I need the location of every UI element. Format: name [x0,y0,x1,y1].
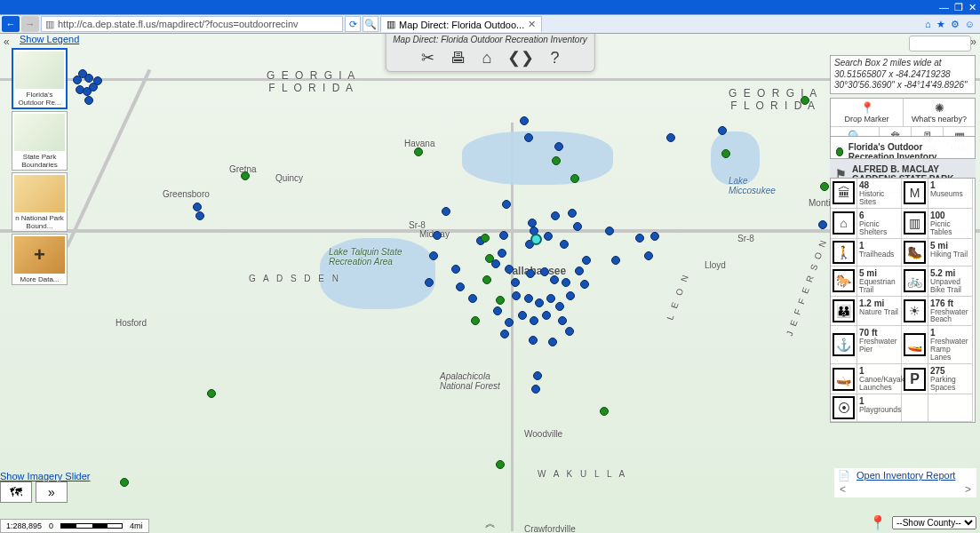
map-point[interactable] [552,156,561,165]
map-point[interactable] [558,316,567,325]
map-point[interactable] [580,280,589,289]
map-point[interactable] [544,232,553,241]
map-point[interactable] [500,330,509,338]
map-point[interactable] [542,311,551,320]
collapse-right-icon[interactable]: » [970,36,976,48]
map-point[interactable] [531,385,540,394]
map-point[interactable] [505,265,514,274]
favorites-icon[interactable]: ★ [936,19,945,30]
map-point[interactable] [565,327,574,336]
tab-close[interactable]: ✕ [528,19,536,30]
map-point[interactable] [481,234,490,243]
map-canvas[interactable]: G E O R G I A F L O R I D A G E O R G I … [0,34,980,533]
map-point[interactable] [644,251,653,260]
map-point[interactable] [818,220,827,229]
map-point[interactable] [502,200,511,209]
url-input[interactable] [58,19,339,29]
imagery-expand-button[interactable]: » [36,481,68,503]
map-point[interactable] [241,171,250,180]
map-point[interactable] [573,222,582,231]
nav-forward-button[interactable]: → [21,16,39,32]
map-point[interactable] [193,203,202,211]
home-icon[interactable]: ⌂ [925,19,931,30]
map-point[interactable] [120,478,129,487]
window-minimize[interactable]: — [939,2,949,12]
smile-icon[interactable]: ☺ [965,19,975,30]
map-point[interactable] [820,182,829,191]
map-point[interactable] [529,336,538,345]
map-point[interactable] [456,282,465,291]
map-point[interactable] [546,294,555,303]
map-point[interactable] [451,265,460,274]
map-point[interactable] [511,278,520,287]
whats-nearby-button[interactable]: ✺What's nearby? [903,99,975,126]
map-point[interactable] [414,147,423,156]
map-point[interactable] [582,256,591,265]
map-point[interactable] [496,296,505,305]
map-point[interactable] [442,207,450,216]
map-point[interactable] [562,278,570,287]
pager-prev[interactable]: < [840,483,846,496]
window-close[interactable]: ✕ [968,2,976,13]
map-point[interactable] [550,275,559,284]
show-legend-link[interactable]: Show Legend [20,34,79,44]
map-point[interactable] [520,116,529,125]
map-point[interactable] [485,254,494,263]
map-point[interactable] [611,256,620,265]
map-point[interactable] [78,69,87,78]
map-point[interactable] [207,389,216,398]
map-point[interactable] [570,174,579,183]
basemap-button[interactable]: 🗺 [0,481,32,503]
map-point[interactable] [600,407,609,416]
map-point[interactable] [635,234,644,243]
map-point[interactable] [468,294,477,303]
search-button[interactable]: 🔍 [363,16,378,32]
map-point[interactable] [605,227,614,235]
map-point[interactable] [650,232,659,241]
collapse-left-icon[interactable]: « [4,36,10,48]
browser-tab[interactable]: ▥ Map Direct: Florida Outdoo... ✕ [380,16,542,32]
map-point[interactable] [524,133,533,142]
map-point[interactable] [551,211,560,220]
map-point[interactable] [512,291,521,300]
map-point[interactable] [530,316,538,325]
toc-item-more-data[interactable]: +More Data... [12,234,68,285]
nav-back-button[interactable]: ← [2,16,20,32]
print-tool-icon[interactable]: 🖶 [450,49,466,68]
show-imagery-link[interactable]: Show Imagery Slider [0,471,91,481]
open-report-link[interactable]: Open Inventory Report [857,470,955,481]
map-point[interactable] [471,316,480,325]
map-point-selected[interactable] [530,234,542,245]
map-point[interactable] [524,294,533,303]
right-search-input[interactable] [909,36,971,52]
map-point[interactable] [575,266,584,275]
location-pin-icon[interactable]: 📍 [869,514,887,531]
map-point[interactable] [555,302,564,311]
pager-next[interactable]: > [965,483,971,496]
map-point[interactable] [801,96,809,105]
url-field-wrap[interactable]: ▥ [41,16,343,32]
map-point[interactable] [566,291,575,300]
map-point[interactable] [533,371,542,380]
map-point[interactable] [496,460,505,469]
toc-item-nat-parks[interactable]: n National Park Bound... [12,172,68,232]
share-tool-icon[interactable]: ❮❯ [507,48,534,68]
toc-item-state-parks[interactable]: State Park Boundaries [12,111,68,171]
window-restore[interactable]: ❐ [954,2,963,13]
map-point[interactable] [195,211,204,220]
map-point[interactable] [498,249,506,258]
map-point[interactable] [560,240,569,249]
map-point[interactable] [540,267,549,276]
map-point[interactable] [548,338,557,346]
map-point[interactable] [526,269,535,278]
expand-bottom-icon[interactable]: ︽ [485,516,496,531]
map-point[interactable] [425,278,434,287]
map-point[interactable] [433,231,442,240]
map-point[interactable] [84,96,93,105]
map-point[interactable] [721,149,730,158]
map-point[interactable] [554,142,563,151]
map-point[interactable] [93,76,102,85]
map-point[interactable] [429,251,438,260]
map-point[interactable] [505,318,514,327]
toc-item-outdoor-rec[interactable]: Florida's Outdoor Re... [12,48,68,109]
